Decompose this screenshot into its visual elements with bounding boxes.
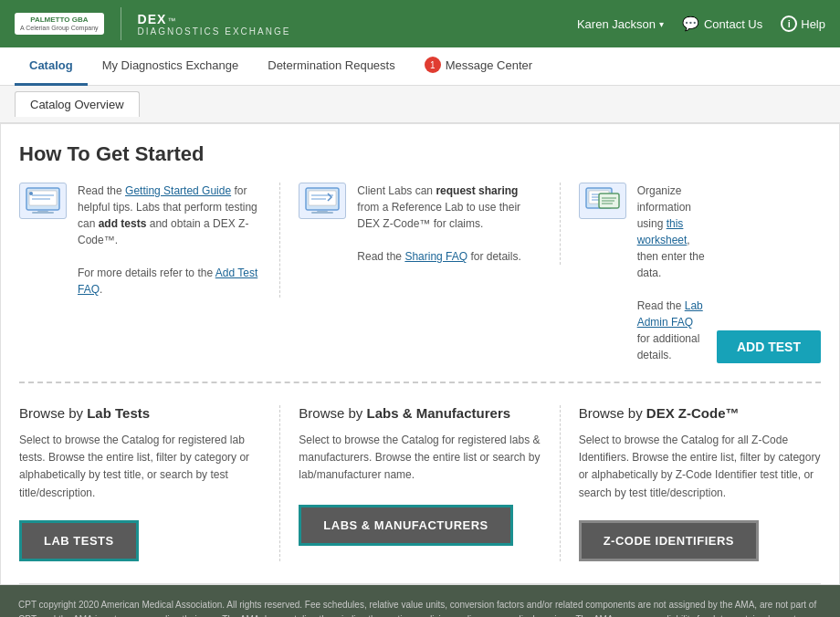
how-to-card-3-wrapper: Organize information using this workshee… <box>579 183 821 363</box>
card-3-icon <box>579 183 626 219</box>
how-to-card-2: Client Labs can request sharing from a R… <box>299 183 560 265</box>
browse-lab-tests-desc: Select to browse the Catalog for registe… <box>19 432 261 502</box>
user-name: Karen Jackson <box>577 17 656 31</box>
svg-rect-3 <box>32 212 54 214</box>
svg-rect-1 <box>29 191 57 205</box>
card-1-text: Read the Getting Started Guide for helpf… <box>78 183 261 298</box>
lab-tests-button[interactable]: LAB TESTS <box>19 520 139 561</box>
sharing-faq-link[interactable]: Sharing FAQ <box>404 250 467 263</box>
nav-message-center[interactable]: 1 Message Center <box>410 47 547 86</box>
content-area: How To Get Started <box>0 123 840 585</box>
dex-title: DEX ™ DIAGNOSTICS EXCHANGE <box>138 12 291 37</box>
browse-zcode-desc: Select to browse the Catalog for all Z-C… <box>579 432 821 502</box>
how-to-title: How To Get Started <box>19 142 821 166</box>
main-nav: Catalog My Diagnostics Exchange Determin… <box>0 47 840 86</box>
main-content: How To Get Started <box>0 123 840 585</box>
footer-cpt-text: CPT copyright 2020 American Medical Asso… <box>18 598 822 617</box>
how-to-section: How To Get Started <box>19 142 821 383</box>
labs-manufacturers-button[interactable]: LABS & MANUFACTURERS <box>299 505 512 546</box>
contact-us-button[interactable]: 💬 Contact Us <box>682 16 762 32</box>
browse-zcode-col: Browse by DEX Z-Code™ Select to browse t… <box>561 405 821 561</box>
header-left: PALMETTO GBA A Celerian Group Company DE… <box>15 7 290 40</box>
chat-icon: 💬 <box>682 16 699 32</box>
browse-labs-manufacturers-col: Browse by Labs & Manufacturers Select to… <box>280 405 560 561</box>
header-right: Karen Jackson ▾ 💬 Contact Us i Help <box>577 16 825 32</box>
card-2-text: Client Labs can request sharing from a R… <box>357 183 541 265</box>
how-to-cards: Read the Getting Started Guide for helpf… <box>19 183 821 363</box>
nav-my-diagnostics[interactable]: My Diagnostics Exchange <box>88 47 254 86</box>
nav-catalog[interactable]: Catalog <box>15 47 88 86</box>
help-icon: i <box>781 16 797 32</box>
how-to-card-1: Read the Getting Started Guide for helpf… <box>19 183 280 298</box>
svg-point-6 <box>29 192 33 195</box>
user-menu[interactable]: Karen Jackson ▾ <box>577 17 664 31</box>
add-test-button[interactable]: ADD TEST <box>717 330 821 363</box>
nav-determination-requests[interactable]: Determination Requests <box>253 47 409 86</box>
browse-lab-tests-col: Browse by Lab Tests Select to browse the… <box>19 405 280 561</box>
browse-lab-tests-title: Browse by Lab Tests <box>19 405 261 421</box>
header-divider <box>121 7 121 40</box>
subnav: Catalog Overview <box>0 86 840 123</box>
browse-labs-desc: Select to browse the Catalog for registe… <box>299 432 541 486</box>
browse-zcode-title: Browse by DEX Z-Code™ <box>579 405 821 421</box>
help-button[interactable]: i Help <box>781 16 825 32</box>
header: PALMETTO GBA A Celerian Group Company DE… <box>0 0 840 47</box>
footer: CPT copyright 2020 American Medical Asso… <box>0 585 840 617</box>
card-2-icon <box>299 183 346 219</box>
card-1-icon <box>19 183 67 219</box>
svg-rect-10 <box>311 212 333 214</box>
card-3-text: Organize information using this workshee… <box>637 183 708 363</box>
palmetto-logo: PALMETTO GBA A Celerian Group Company <box>15 13 104 35</box>
how-to-card-3: Organize information using this workshee… <box>579 183 717 363</box>
browse-section: Browse by Lab Tests Select to browse the… <box>19 383 821 584</box>
browse-labs-title: Browse by Labs & Manufacturers <box>299 405 541 421</box>
subnav-catalog-overview-tab[interactable]: Catalog Overview <box>15 91 140 117</box>
svg-rect-8 <box>309 191 336 205</box>
user-chevron-icon: ▾ <box>659 19 664 29</box>
zcode-identifiers-button[interactable]: Z-CODE IDENTIFIERS <box>579 520 759 561</box>
getting-started-guide-link[interactable]: Getting Started Guide <box>125 184 231 197</box>
message-badge: 1 <box>425 57 441 73</box>
